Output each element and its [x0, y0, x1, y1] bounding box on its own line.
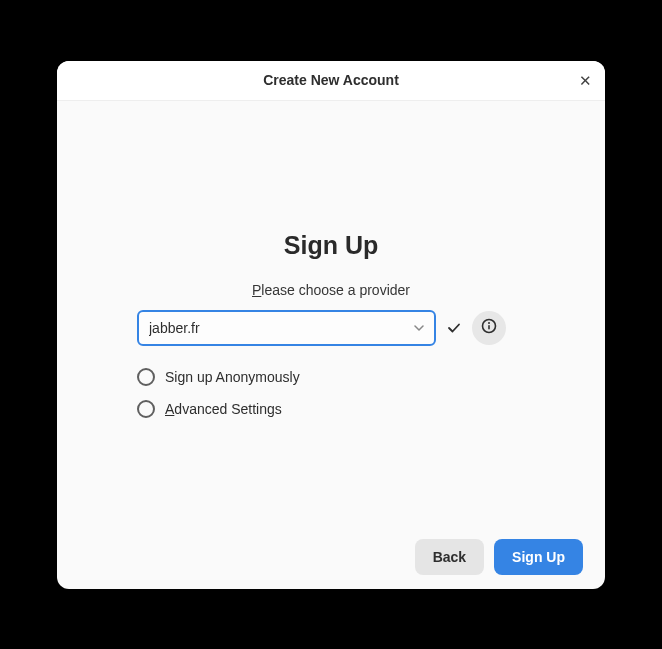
svg-point-1: [488, 322, 490, 324]
mnemonic-a: A: [165, 401, 174, 417]
subheading-rest: lease choose a provider: [261, 282, 410, 298]
back-button[interactable]: Back: [415, 539, 484, 575]
mnemonic-p: P: [252, 282, 261, 298]
radio-group: Sign up Anonymously Advanced Settings: [137, 368, 525, 418]
close-icon: ✕: [579, 73, 592, 88]
check-icon: [445, 319, 463, 337]
dialog: Create New Account ✕ Sign Up Please choo…: [57, 61, 605, 589]
info-icon: [481, 318, 497, 337]
radio-icon: [137, 368, 155, 386]
radio-advanced[interactable]: Advanced Settings: [137, 400, 525, 418]
page-heading: Sign Up: [137, 231, 525, 260]
radio-anonymous-label: Sign up Anonymously: [165, 369, 300, 385]
titlebar: Create New Account ✕: [57, 61, 605, 101]
radio-icon: [137, 400, 155, 418]
close-button[interactable]: ✕: [575, 70, 595, 90]
radio-advanced-rest: dvanced Settings: [174, 401, 281, 417]
radio-advanced-label: Advanced Settings: [165, 401, 282, 417]
footer: Back Sign Up: [57, 525, 605, 589]
radio-anonymous[interactable]: Sign up Anonymously: [137, 368, 525, 386]
svg-rect-2: [488, 325, 490, 330]
signup-button[interactable]: Sign Up: [494, 539, 583, 575]
provider-combobox[interactable]: [137, 310, 436, 346]
dialog-title: Create New Account: [263, 72, 399, 88]
chevron-down-icon[interactable]: [414, 325, 424, 331]
provider-input[interactable]: [149, 320, 404, 336]
content-area: Sign Up Please choose a provider: [57, 101, 605, 525]
info-button[interactable]: [472, 311, 506, 345]
provider-row: [137, 310, 525, 346]
page-subheading: Please choose a provider: [137, 282, 525, 298]
